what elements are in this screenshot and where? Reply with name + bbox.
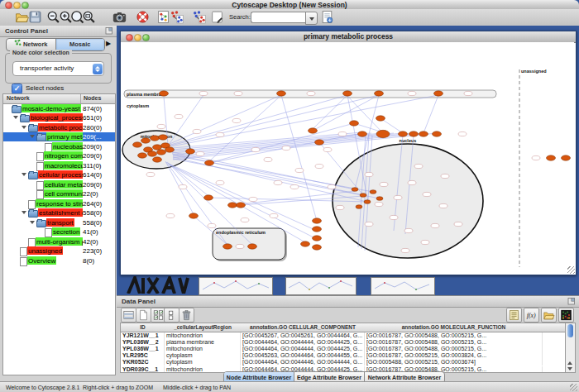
node-color-dropdown[interactable]: transporter activity bbox=[12, 61, 104, 76]
network-node-orange[interactable] bbox=[148, 151, 157, 156]
network-node-orange[interactable] bbox=[165, 147, 175, 152]
network-view-icon[interactable] bbox=[156, 10, 170, 24]
tree-row-primary-metabo[interactable]: primary metabo209(... bbox=[3, 132, 115, 142]
network-node-white[interactable] bbox=[375, 202, 383, 206]
attribute-matrix-button[interactable] bbox=[558, 308, 574, 323]
network-node-orange[interactable] bbox=[223, 244, 232, 249]
import-attribute-file-button[interactable] bbox=[541, 308, 557, 323]
snapshot-camera-icon[interactable] bbox=[112, 10, 127, 24]
tree-row-cell-communicat[interactable]: cell communicat22(0) bbox=[3, 189, 115, 199]
network-node-white[interactable] bbox=[236, 244, 244, 248]
network-node-orange[interactable] bbox=[315, 140, 324, 145]
network-node-orange[interactable] bbox=[358, 131, 367, 136]
network-node-white[interactable] bbox=[365, 222, 373, 226]
network-node-white[interactable] bbox=[290, 184, 299, 189]
network-node-orange[interactable] bbox=[313, 227, 322, 232]
network-node-white[interactable] bbox=[404, 228, 413, 232]
network-node-white[interactable] bbox=[193, 129, 201, 133]
network-node-orange[interactable] bbox=[376, 116, 385, 121]
float-panel-icon[interactable] bbox=[105, 26, 113, 35]
network-node-white[interactable] bbox=[241, 218, 249, 222]
table-header-annotation.GO CELLULAR_COMPONENT[interactable]: annotation.GO CELLULAR_COMPONENT bbox=[241, 323, 366, 332]
background-window-thumbnail[interactable] bbox=[285, 277, 356, 295]
network-node-white[interactable] bbox=[328, 184, 336, 189]
table-cell[interactable]: YPL036W__2 bbox=[121, 339, 165, 346]
network-node-white[interactable] bbox=[464, 91, 472, 95]
network-node-orange[interactable] bbox=[313, 218, 322, 223]
network-node-white[interactable] bbox=[390, 215, 398, 219]
save-session-icon[interactable] bbox=[28, 10, 42, 24]
network-node-white[interactable] bbox=[179, 184, 187, 189]
network-node-orange[interactable] bbox=[138, 153, 147, 158]
open-session-icon[interactable] bbox=[15, 10, 29, 24]
network-node-white[interactable] bbox=[282, 146, 290, 150]
network-node-white[interactable] bbox=[365, 172, 373, 176]
network-node-white[interactable] bbox=[394, 195, 402, 199]
expand-arrow-icon[interactable] bbox=[22, 126, 26, 129]
network-canvas[interactable]: plasma membranecytoplasmmitochondrionnuc… bbox=[121, 42, 574, 273]
delete-attribute-button[interactable] bbox=[179, 308, 194, 323]
tab-network[interactable]: Network bbox=[7, 39, 55, 50]
annotation-tool-icon[interactable] bbox=[210, 10, 224, 24]
table-cell[interactable]: [GO:0005488, GO:0005215, GO:0003674] bbox=[365, 359, 543, 366]
table-cell[interactable]: mitochondrion bbox=[165, 332, 241, 339]
window-resize-grip[interactable] bbox=[570, 384, 577, 391]
network-node-orange[interactable] bbox=[277, 91, 286, 96]
tree-row-cellular-process[interactable]: cellular process614(0) bbox=[3, 170, 115, 180]
network-node-white[interactable] bbox=[264, 157, 272, 161]
network-node-white[interactable] bbox=[249, 197, 257, 201]
expand-arrow-icon[interactable] bbox=[22, 173, 26, 176]
network-node-orange[interactable] bbox=[153, 157, 162, 162]
network-node-orange[interactable] bbox=[350, 121, 359, 126]
network-node-orange[interactable] bbox=[248, 244, 257, 249]
expand-arrow-icon[interactable] bbox=[30, 135, 35, 138]
table-cell[interactable]: [GO:0044464, GO:0044446, GO:0044444, G..… bbox=[241, 359, 365, 366]
network-node-orange[interactable] bbox=[151, 136, 160, 141]
network-node-orange[interactable] bbox=[352, 188, 358, 192]
network-node-white[interactable] bbox=[408, 91, 416, 95]
network-node-white[interactable] bbox=[401, 248, 409, 252]
network-node-orange[interactable] bbox=[419, 131, 428, 136]
table-cell[interactable]: plasma membrane bbox=[165, 339, 241, 346]
scroll-up-arrow[interactable] bbox=[567, 361, 572, 365]
network-node-white[interactable] bbox=[295, 168, 304, 172]
network-node-orange[interactable] bbox=[309, 128, 318, 133]
network-node-orange[interactable] bbox=[204, 195, 213, 200]
table-cell[interactable] bbox=[543, 346, 566, 352]
tree-row-nucleobase-co[interactable]: nucleobase-co209(0) bbox=[3, 141, 115, 151]
network-node-white[interactable] bbox=[431, 223, 439, 227]
table-cell[interactable]: [GO:0016787, GO:0005488, GO:0005215, G..… bbox=[365, 346, 543, 352]
network-node-white[interactable] bbox=[146, 172, 155, 176]
tree-row-macromolecule[interactable]: macromolecule311(0) bbox=[3, 160, 115, 170]
table-header-ID[interactable]: ID bbox=[121, 323, 165, 332]
network-node-orange[interactable] bbox=[313, 245, 322, 250]
network-node-white[interactable] bbox=[307, 91, 315, 95]
expand-arrow-icon[interactable] bbox=[30, 221, 35, 224]
network-node-white[interactable] bbox=[336, 205, 344, 209]
create-attribute-button[interactable] bbox=[136, 308, 151, 323]
formula-builder-button[interactable]: f(x) bbox=[524, 308, 539, 323]
network-node-white[interactable] bbox=[323, 147, 332, 151]
expand-arrow-icon[interactable] bbox=[22, 211, 26, 214]
network-node-orange[interactable] bbox=[186, 149, 195, 154]
network-node-white[interactable] bbox=[439, 203, 447, 208]
network-node-white[interactable] bbox=[175, 114, 183, 118]
network-node-orange[interactable] bbox=[375, 91, 384, 96]
table-cell[interactable]: YKR052C bbox=[121, 359, 165, 366]
table-cell[interactable]: cytoplasm bbox=[165, 359, 241, 366]
table-cell[interactable]: YLR295C bbox=[121, 352, 165, 359]
table-cell[interactable]: [GO:0016787, GO:0005488, GO:0005215, G..… bbox=[365, 339, 543, 346]
network-node-orange[interactable] bbox=[370, 190, 376, 194]
network-node-orange[interactable] bbox=[160, 91, 169, 96]
background-window-thumbnail[interactable] bbox=[199, 277, 273, 295]
table-cell[interactable]: [GO:0044464, GO:0044444, GO:0044425, G..… bbox=[241, 346, 365, 352]
network-node-orange[interactable] bbox=[133, 142, 142, 147]
network-node-white[interactable] bbox=[454, 222, 462, 226]
network-node-white[interactable] bbox=[196, 151, 204, 155]
layout-tool-blue-red-icon[interactable] bbox=[192, 10, 206, 24]
network-node-white[interactable] bbox=[157, 124, 165, 128]
table-cell[interactable]: cytoplasm bbox=[165, 352, 241, 359]
attribute-list-button[interactable] bbox=[506, 308, 522, 323]
import-attributes-icon[interactable] bbox=[320, 10, 334, 24]
network-node-orange[interactable] bbox=[205, 160, 214, 165]
